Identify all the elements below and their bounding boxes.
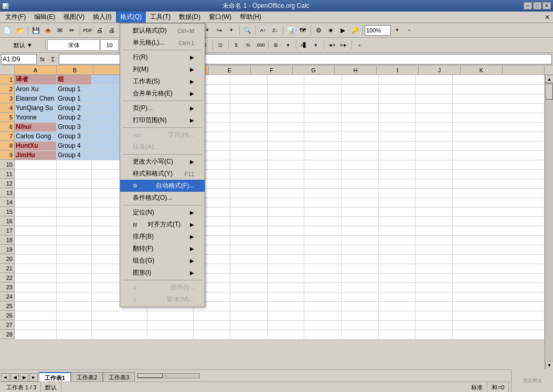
format-number-button[interactable]: $ [230,39,242,51]
menu-edit[interactable]: 编辑(E) [30,12,59,23]
menu-item-page[interactable]: 页(P)... ▶ [120,102,205,114]
cell-f7[interactable] [230,132,268,141]
col-header-a[interactable]: A [15,66,57,74]
minimize-button[interactable]: ─ [524,2,532,9]
menu-help[interactable]: 帮助(H) [236,12,265,23]
cell-k6[interactable] [416,122,453,132]
menu-item-align[interactable]: ⊟ 对齐方式(T) ▶ [120,219,205,231]
cell-h2[interactable] [304,84,342,94]
cell-g7[interactable] [267,132,304,141]
row-num-14[interactable]: 14 [0,198,15,207]
cell-h1[interactable] [304,75,342,84]
row-num-7[interactable]: 7 [0,132,15,141]
col-header-i[interactable]: I [377,66,419,74]
borders-list-button[interactable]: ▼ [282,39,294,51]
menu-data[interactable]: 数据(D) [175,12,205,23]
font-size-button[interactable]: 10 [100,39,119,51]
close-button[interactable]: ✕ [543,2,551,9]
menu-item-columns[interactable]: 列(M) ▶ [120,63,205,75]
menu-item-autoformat[interactable]: ⚙ 自动格式(F)... [120,180,205,192]
cell-f9[interactable] [230,150,268,160]
row-num-19[interactable]: 19 [0,245,15,254]
cell-b3[interactable]: Group 1 [57,94,92,103]
cell-h7[interactable] [304,132,342,141]
find-button[interactable]: 🔍 [241,25,253,36]
zoom-list-button[interactable]: ▼ [391,25,403,36]
cell-j9[interactable] [378,150,416,160]
menu-item-graphic[interactable]: 图形(I) ▶ [120,267,205,279]
cell-h8[interactable] [304,141,342,150]
row-num-16[interactable]: 16 [0,216,15,226]
cell-g1[interactable] [267,75,304,84]
cell-j7[interactable] [378,132,416,141]
formula-fx-button[interactable]: fx [38,55,47,64]
chart-button[interactable]: 📊 [285,25,296,36]
menu-item-flip[interactable]: 翻转(F) ▶ [120,243,205,255]
cell-a5[interactable]: Yvonne [15,113,57,122]
cell-j2[interactable] [378,84,416,94]
vscroll-track[interactable] [545,83,553,361]
cell-f6[interactable] [230,122,268,132]
cell-f2[interactable] [230,84,268,94]
more1-button[interactable]: ⚙ [313,25,324,36]
cell-k9[interactable] [416,150,453,160]
redo-button[interactable]: ↪ [214,25,225,36]
cell-a2[interactable]: Aron Xu [15,84,57,94]
tab-scrollbar-thumb[interactable] [137,374,162,378]
sort-desc-button[interactable]: Z↓ [269,25,281,36]
formula-sigma-button[interactable]: Σ [48,55,58,64]
cell-a6[interactable]: Nihui [15,122,57,132]
cell-j5[interactable] [378,113,416,122]
bg-color-list-button[interactable]: ▼ [310,39,322,51]
open-button[interactable]: 📂 [14,25,26,36]
navigator-button[interactable]: 🗺 [297,25,309,36]
cell-j6[interactable] [378,122,416,132]
sheet-tab-1[interactable]: 工作表1 [39,372,71,382]
row-num-20[interactable]: 20 [0,254,15,264]
cell-k7[interactable] [416,132,453,141]
cell-g6[interactable] [267,122,304,132]
tab-nav-first[interactable]: ◄ [1,373,9,382]
tab-nav-prev[interactable]: ◀ [10,373,19,382]
tab-scrollbar[interactable] [137,373,200,378]
cell-h4[interactable] [304,103,342,113]
col-header-e[interactable]: E [209,66,251,74]
cell-g8[interactable] [267,141,304,150]
vscroll-up-button[interactable]: ▲ [545,75,553,83]
toolbar-more-button[interactable]: » [403,25,415,36]
vscroll-thumb[interactable] [546,84,553,100]
row-num-21[interactable]: 21 [0,264,15,273]
sheet-tab-2[interactable]: 工作表2 [71,372,103,382]
print-preview-button[interactable]: 🖨 [94,25,105,36]
cell-f5[interactable] [230,113,268,122]
menu-format[interactable]: 格式(Q) [116,12,146,23]
cell-b8[interactable]: Group 4 [57,141,92,150]
menu-item-default-format[interactable]: 默认格式(D) Ctrl+M [120,25,205,37]
zoom-input[interactable] [365,25,391,36]
styles-dropdown-button[interactable]: 默认 ▼ [1,39,43,51]
row-num-5[interactable]: 5 [0,113,15,122]
cell-g3[interactable] [267,94,304,103]
format-decimal-button[interactable]: .000 [254,39,266,51]
cell-f3[interactable] [230,94,268,103]
cell-g4[interactable] [267,103,304,113]
maximize-button[interactable]: □ [533,2,541,9]
cell-i9[interactable] [342,150,379,160]
cell-a4[interactable]: YunQiang Su [15,103,57,113]
menu-insert[interactable]: 插入(I) [89,12,115,23]
borders-button[interactable]: ⊞ [270,39,282,51]
cell-i7[interactable] [342,132,379,141]
menu-item-group[interactable]: 组合(G) ▶ [120,255,205,267]
cell-j1[interactable] [378,75,416,84]
row-num-15[interactable]: 15 [0,207,15,216]
sheet-tab-3[interactable]: 工作表3 [103,372,135,382]
menu-item-sort[interactable]: 排序(B) ▶ [120,231,205,243]
pdf-button[interactable]: PDF [82,25,93,36]
row-num-8[interactable]: 8 [0,141,15,150]
cell-k4[interactable] [416,103,453,113]
cell-a3[interactable]: Eleanor Chen [15,94,57,103]
email-button[interactable]: ✉ [54,25,66,36]
cell-k8[interactable] [416,141,453,150]
cell-h5[interactable] [304,113,342,122]
cell-f8[interactable] [230,141,268,150]
